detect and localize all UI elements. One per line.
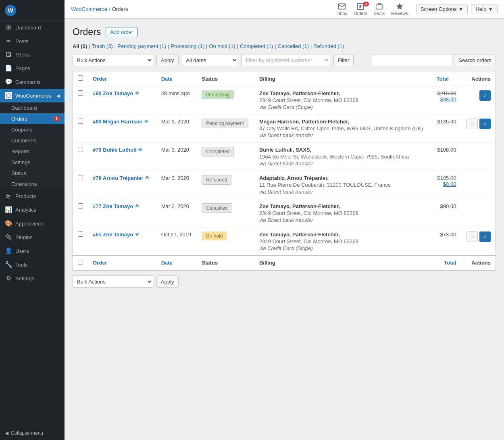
row-checkbox[interactable]: [78, 175, 83, 180]
row-checkbox[interactable]: [78, 147, 83, 152]
order-link[interactable]: #77 Zoe Tamayo: [93, 203, 133, 209]
view-order-icon[interactable]: 👁: [138, 147, 143, 153]
order-link[interactable]: #80 Megan Harrison: [93, 119, 143, 125]
status-badge: Refunded: [202, 175, 231, 185]
view-order-icon[interactable]: 👁: [135, 90, 140, 96]
breadcrumb-woocommerce-link[interactable]: WooCommerce: [71, 6, 107, 12]
complete-order-button[interactable]: ✓: [479, 119, 491, 129]
sidebar-item-users[interactable]: 👤 Users: [0, 244, 65, 258]
sidebar-woocommerce-header[interactable]: WooCommerce ◀: [0, 89, 65, 102]
bulk-actions-select[interactable]: Bulk Actions: [73, 54, 153, 66]
bottom-apply-button[interactable]: Apply: [156, 275, 179, 288]
filter-tab-all[interactable]: All (6): [73, 43, 87, 49]
filter-tab-trash[interactable]: Trash (3): [92, 43, 113, 49]
sidebar-item-woo-reports[interactable]: Reports: [0, 146, 65, 157]
sidebar-item-woo-dashboard[interactable]: Dashboard: [0, 102, 65, 113]
billing-cell: Zoe Tamayo, Patterson-Fletcher, 2349 Cou…: [254, 199, 432, 227]
bottom-bulk-actions-select[interactable]: Bulk Actions: [73, 275, 153, 288]
footer-total-col[interactable]: Total: [432, 256, 461, 271]
wp-logo-icon: W: [5, 5, 16, 16]
add-order-button[interactable]: Add order: [106, 27, 137, 37]
view-order-icon[interactable]: 👁: [145, 175, 150, 181]
order-cell: #77 Zoe Tamayo 👁: [88, 199, 156, 227]
billing-name: Zoe Tamayo, Patterson-Fletcher,: [259, 203, 427, 209]
sidebar-item-media[interactable]: 🖼 Media: [0, 48, 65, 61]
date-col-header[interactable]: Date: [156, 71, 197, 86]
screen-options-button[interactable]: Screen Options ▼: [416, 4, 468, 14]
total-cell: $90.00: [432, 199, 461, 227]
sidebar-item-analytics[interactable]: 📊 Analytics: [0, 203, 65, 217]
row-checkbox[interactable]: [78, 90, 83, 96]
complete-order-button[interactable]: ✓: [479, 90, 491, 101]
sidebar-item-woo-orders[interactable]: Orders 1: [0, 113, 65, 124]
plugins-icon: 🔌: [5, 234, 12, 241]
sidebar-item-settings[interactable]: ⚙ Settings: [0, 271, 65, 285]
date-cell: Mar 3, 2020: [156, 171, 197, 199]
sidebar-item-comments[interactable]: 💬 Comments: [0, 75, 65, 89]
status-badge: Processing: [202, 90, 233, 99]
view-order-icon[interactable]: 👁: [144, 119, 149, 125]
collapse-menu-button[interactable]: ◀ Collapse menu: [0, 426, 65, 440]
filter-tab-completed[interactable]: Completed (1): [240, 43, 273, 49]
order-link[interactable]: #51 Zoe Tamayo: [93, 231, 133, 238]
topbar-reviews[interactable]: Reviews: [391, 2, 408, 16]
sidebar-item-products[interactable]: 🛍 Products: [0, 190, 65, 203]
apply-button[interactable]: Apply: [156, 54, 179, 66]
sidebar-item-woo-coupons[interactable]: Coupons: [0, 124, 65, 135]
more-actions-button[interactable]: ···: [467, 119, 478, 129]
row-checkbox[interactable]: [78, 203, 83, 209]
sidebar-item-dashboard[interactable]: ⊞ Dashboard: [0, 21, 65, 34]
more-actions-button[interactable]: ···: [467, 231, 478, 242]
search-orders-button[interactable]: Search orders: [454, 54, 496, 66]
billing-col-header: Billing: [254, 71, 432, 86]
status-cell: Refunded: [197, 171, 254, 199]
order-col-header[interactable]: Order: [88, 71, 156, 86]
search-box: Search orders: [372, 54, 496, 66]
footer-order-col[interactable]: Order: [88, 256, 156, 271]
filter-tab-cancelled[interactable]: Cancelled (1): [278, 43, 309, 49]
row-checkbox[interactable]: [78, 119, 83, 124]
view-order-icon[interactable]: 👁: [135, 231, 140, 238]
order-cell: #51 Zoe Tamayo 👁: [88, 227, 156, 256]
footer-select-all-checkbox[interactable]: [78, 260, 83, 265]
row-checkbox[interactable]: [78, 231, 83, 237]
select-all-checkbox[interactable]: [78, 75, 83, 81]
table-header-row: Order Date Status Billing Total Actions: [73, 71, 496, 86]
sidebar-item-plugins[interactable]: 🔌 Plugins: [0, 230, 65, 244]
order-link[interactable]: #79 Buhle Luthuli: [93, 147, 136, 153]
date-filter-select[interactable]: All dates: [182, 54, 238, 66]
help-button[interactable]: Help ▼: [471, 4, 498, 14]
sidebar-item-woo-customers[interactable]: Customers: [0, 135, 65, 146]
table-row: #77 Zoe Tamayo 👁Mar 2, 2020CancelledZoe …: [73, 199, 496, 227]
sidebar-item-posts[interactable]: ✏ Posts: [0, 34, 65, 48]
footer-date-col[interactable]: Date: [156, 256, 197, 271]
orders-table: Order Date Status Billing Total Actions …: [73, 71, 496, 271]
dashboard-icon: ⊞: [5, 24, 12, 31]
sidebar-item-tools[interactable]: 🔧 Tools: [0, 258, 65, 271]
filter-tab-processing[interactable]: Processing (1): [171, 43, 204, 49]
sidebar-item-woo-settings[interactable]: Settings: [0, 157, 65, 168]
filter-tab-pending[interactable]: Pending payment (1): [117, 43, 166, 49]
filter-tab-refunded[interactable]: Refunded (1): [313, 43, 344, 49]
filter-tab-on-hold[interactable]: On hold (1): [209, 43, 235, 49]
topbar-inbox[interactable]: Inbox: [336, 2, 347, 16]
pages-icon: 📄: [5, 65, 12, 72]
sidebar-item-woo-extensions[interactable]: Extensions: [0, 179, 65, 190]
filter-button[interactable]: Filter: [333, 54, 354, 66]
complete-order-button[interactable]: ✓: [479, 231, 491, 242]
topbar-stock[interactable]: Stock: [374, 2, 385, 16]
billing-cell: Megan Harrison, Patterson-Fletcher, 47 C…: [254, 115, 432, 143]
sidebar-item-label: Analytics: [15, 207, 36, 213]
sidebar-item-pages[interactable]: 📄 Pages: [0, 61, 65, 75]
total-col-header[interactable]: Total: [432, 71, 461, 86]
customer-filter-select[interactable]: Filter by registered customer: [242, 54, 330, 66]
order-link[interactable]: #78 Arnou Trépanier: [93, 175, 143, 181]
date-cell: Mar 3, 2020: [156, 143, 197, 171]
sidebar-item-woo-status[interactable]: Status: [0, 168, 65, 179]
billing-address: 2349 Court Street, Old Monroe, MO 63369: [259, 97, 427, 103]
order-link[interactable]: #90 Zoe Tamayo: [93, 90, 133, 96]
view-order-icon[interactable]: 👁: [135, 203, 140, 209]
sidebar-item-appearance[interactable]: 🎨 Appearance: [0, 217, 65, 230]
search-input[interactable]: [372, 54, 452, 66]
topbar-orders[interactable]: ● Orders: [354, 2, 367, 16]
